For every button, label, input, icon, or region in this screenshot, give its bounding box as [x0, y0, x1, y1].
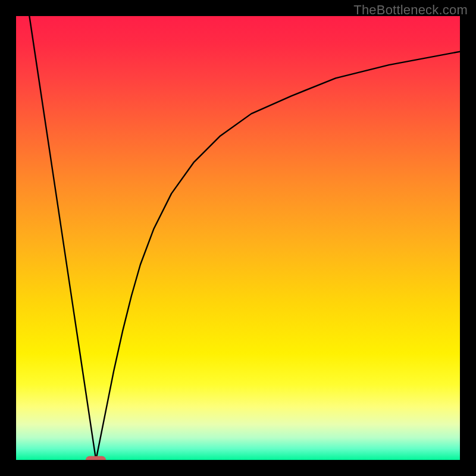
optimum-marker — [86, 456, 106, 461]
watermark-label: TheBottleneck.com — [353, 2, 468, 18]
curve-path — [29, 16, 460, 460]
chart-frame: TheBottleneck.com — [0, 0, 476, 476]
bottleneck-curve — [16, 16, 460, 460]
plot-area — [16, 16, 460, 460]
